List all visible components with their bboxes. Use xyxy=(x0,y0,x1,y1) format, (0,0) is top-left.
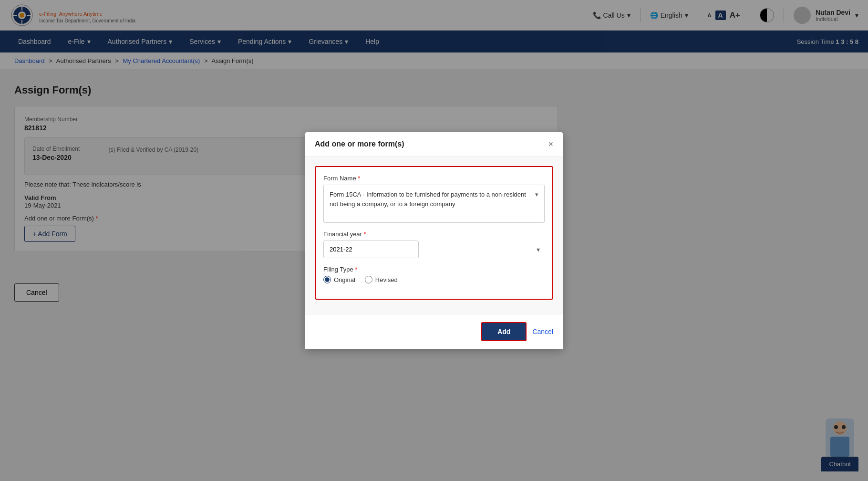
modal-dialog: Add one or more form(s) × Form Name * Fo… xyxy=(305,132,563,311)
fy-select-arrow-icon: ▾ xyxy=(537,246,540,253)
filing-type-field: Filing Type * Original Revised xyxy=(323,266,545,283)
filing-revised-label: Revised xyxy=(375,276,398,283)
financial-year-field: Financial year * 2021-22 2020-21 2019-20… xyxy=(323,230,545,258)
form-name-arrow-icon: ▾ xyxy=(535,191,538,198)
filing-original-label: Original xyxy=(334,276,355,283)
modal-overlay: Add one or more form(s) × Form Name * Fo… xyxy=(0,0,868,311)
form-name-required-star: * xyxy=(358,175,360,182)
form-section: Form Name * Form 15CA - Information to b… xyxy=(315,166,553,300)
form-name-label-text: Form Name xyxy=(323,175,356,182)
financial-year-label-text: Financial year xyxy=(323,230,362,238)
modal-close-button[interactable]: × xyxy=(548,140,553,148)
form-name-label: Form Name * xyxy=(323,175,545,182)
form-name-value: Form 15CA - Information to be furnished … xyxy=(330,190,531,209)
modal-title: Add one or more form(s) xyxy=(315,140,404,148)
filing-type-label: Filing Type * xyxy=(323,266,545,273)
filing-type-required-star: * xyxy=(355,266,357,273)
modal-body: Form Name * Form 15CA - Information to b… xyxy=(305,157,563,311)
modal-header: Add one or more form(s) × xyxy=(305,132,563,157)
filing-type-radio-group: Original Revised xyxy=(323,276,545,283)
form-name-field: Form Name * Form 15CA - Information to b… xyxy=(323,175,545,223)
filing-original-radio[interactable] xyxy=(323,276,331,283)
filing-type-original[interactable]: Original xyxy=(323,276,355,283)
filing-type-label-text: Filing Type xyxy=(323,266,353,273)
filing-type-revised[interactable]: Revised xyxy=(365,276,398,283)
financial-year-select[interactable]: 2021-22 2020-21 2019-20 2018-19 xyxy=(323,240,419,258)
form-name-select[interactable]: Form 15CA - Information to be furnished … xyxy=(323,185,545,223)
financial-year-select-wrapper: 2021-22 2020-21 2019-20 2018-19 ▾ xyxy=(323,240,545,258)
filing-revised-radio[interactable] xyxy=(365,276,372,283)
financial-year-label: Financial year * xyxy=(323,230,545,238)
fy-required-star: * xyxy=(364,230,366,238)
